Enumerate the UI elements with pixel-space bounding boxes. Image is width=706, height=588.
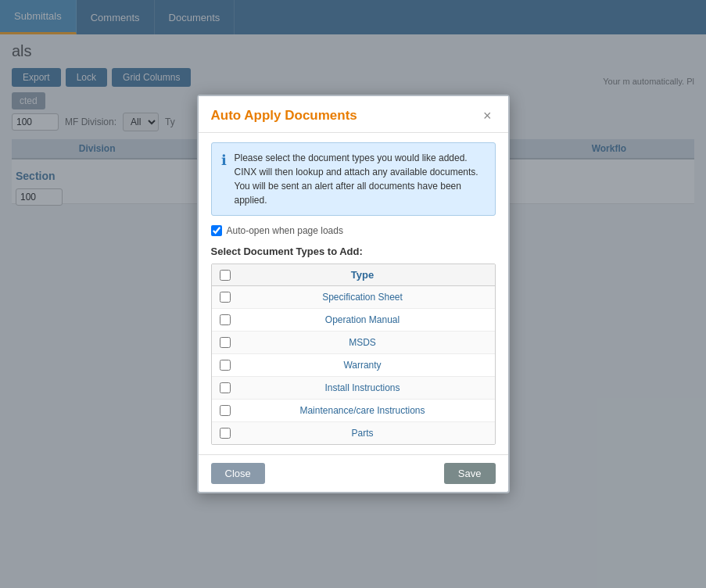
select-all-checkbox[interactable] (220, 270, 231, 281)
checkbox-warranty[interactable] (220, 360, 231, 371)
doc-label-msds: MSDS (238, 337, 487, 348)
checkbox-spec[interactable] (220, 292, 231, 303)
info-icon: ℹ (221, 152, 227, 207)
doc-label-spec: Specification Sheet (238, 292, 487, 303)
checkbox-install[interactable] (220, 382, 231, 393)
auto-apply-documents-modal: Auto Apply Documents × ℹ Please select t… (197, 95, 510, 493)
doc-row-op-manual: Operation Manual (212, 309, 495, 332)
doc-label-install: Install Instructions (238, 382, 487, 393)
modal-footer: Close Save (199, 454, 508, 492)
doc-label-op-manual: Operation Manual (238, 314, 487, 325)
checkbox-maintenance[interactable] (220, 405, 231, 416)
checkbox-parts[interactable] (220, 428, 231, 439)
info-box: ℹ Please select the document types you w… (211, 142, 496, 216)
modal-close-btn[interactable]: Close (211, 463, 265, 484)
doc-row-msds: MSDS (212, 332, 495, 354)
auto-open-label[interactable]: Auto-open when page loads (227, 225, 343, 236)
type-column-header: Type (238, 269, 487, 281)
modal-close-button[interactable]: × (479, 107, 496, 124)
modal-title: Auto Apply Documents (211, 108, 357, 124)
doc-types-table: Type Specification Sheet Operation Manua… (211, 264, 496, 445)
doc-label-maintenance: Maintenance/care Instructions (238, 405, 487, 416)
auto-open-row: Auto-open when page loads (211, 225, 496, 236)
doc-row-install: Install Instructions (212, 377, 495, 400)
modal-save-btn[interactable]: Save (444, 463, 496, 484)
checkbox-msds[interactable] (220, 337, 231, 348)
doc-row-parts: Parts (212, 422, 495, 444)
doc-row-spec: Specification Sheet (212, 286, 495, 309)
doc-table-header: Type (212, 264, 495, 286)
doc-row-warranty: Warranty (212, 354, 495, 377)
select-doc-types-label: Select Document Types to Add: (211, 246, 496, 257)
modal-body: ℹ Please select the document types you w… (199, 133, 508, 454)
info-text: Please select the document types you wou… (235, 151, 486, 207)
doc-row-maintenance: Maintenance/care Instructions (212, 400, 495, 422)
modal-header: Auto Apply Documents × (199, 96, 508, 133)
doc-label-warranty: Warranty (238, 360, 487, 371)
doc-label-parts: Parts (238, 428, 487, 439)
modal-overlay: Auto Apply Documents × ℹ Please select t… (0, 0, 706, 588)
checkbox-op-manual[interactable] (220, 314, 231, 325)
auto-open-checkbox[interactable] (211, 225, 222, 236)
